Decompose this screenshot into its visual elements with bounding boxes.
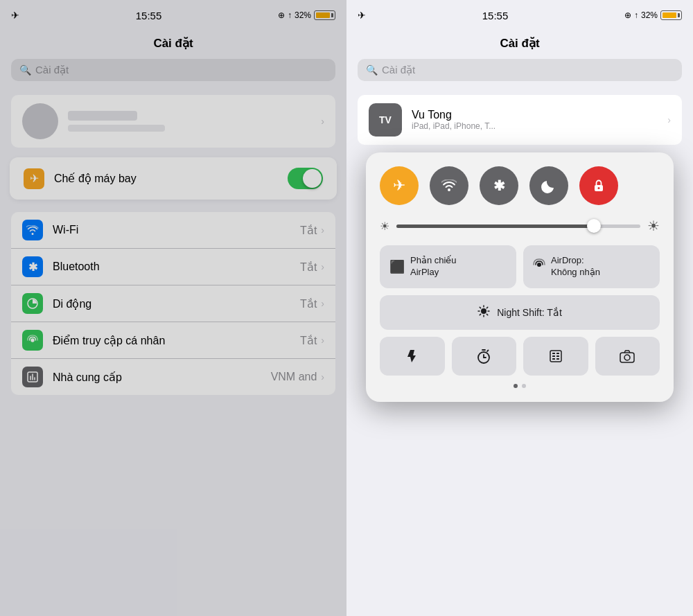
wifi-value: Tắt — [300, 224, 317, 237]
svg-point-1 — [30, 338, 34, 342]
cc-airplay-icon: ⬛ — [389, 259, 405, 274]
cc-bottom-icons — [380, 337, 660, 376]
left-profile-row[interactable]: › — [11, 95, 335, 148]
carrier-label: Nhà cung cấp — [53, 371, 271, 384]
brightness-min-icon: ☀ — [380, 220, 389, 233]
svg-line-13 — [487, 314, 488, 315]
svg-line-15 — [480, 314, 480, 315]
cc-camera-button[interactable] — [595, 337, 660, 376]
carrier-item[interactable]: Nhà cung cấp VNM and › — [11, 359, 335, 395]
cc-wifi-icon — [441, 179, 457, 192]
cc-timer-button[interactable] — [452, 337, 517, 376]
cc-flashlight-button[interactable] — [380, 337, 445, 376]
cc-grid-tiles: ⬛ Phản chiếu AirPlay AirDrop: Không nhận — [380, 245, 660, 288]
svg-rect-21 — [556, 355, 559, 357]
left-search-placeholder: Cài đặt — [35, 64, 69, 76]
right-battery-percent: 32% — [641, 10, 658, 20]
cc-nightshift-tile[interactable]: Night Shift: Tắt — [380, 295, 660, 330]
hotspot-chevron: › — [321, 335, 324, 346]
wifi-label: Wi-Fi — [53, 224, 300, 236]
left-search-bar[interactable]: 🔍 Cài đặt — [11, 59, 335, 81]
left-status-right: ⊕ ↑ 32% — [278, 10, 335, 20]
bluetooth-chevron: › — [321, 261, 324, 272]
svg-rect-24 — [620, 353, 634, 362]
cc-airdrop-line1: AirDrop: — [551, 255, 600, 267]
right-profile-initials: TV — [379, 114, 392, 125]
svg-point-5 — [598, 187, 600, 189]
right-nav-title: Cài đặt — [346, 30, 693, 59]
battery-icon-left — [314, 10, 335, 20]
settings-group-connectivity: Wi-Fi Tắt › ✱ Bluetooth Tắt › Di động Tắ… — [11, 212, 335, 395]
cc-dnd-button[interactable] — [529, 166, 568, 205]
svg-rect-20 — [552, 355, 555, 357]
cc-camera-icon — [619, 349, 635, 364]
cc-lock-icon — [591, 178, 606, 193]
hotspot-icon — [22, 330, 43, 351]
svg-rect-22 — [552, 358, 555, 360]
left-profile-info — [68, 111, 321, 132]
toggle-thumb — [303, 169, 322, 188]
cc-bluetooth-button[interactable]: ✱ — [480, 166, 518, 205]
left-time: 15:55 — [136, 10, 162, 21]
cc-bluetooth-icon: ✱ — [493, 177, 505, 194]
cc-nightshift-icon — [477, 305, 490, 320]
battery-fill-right — [663, 12, 676, 18]
bluetooth-item[interactable]: ✱ Bluetooth Tắt › — [11, 249, 335, 285]
brightness-thumb — [587, 219, 601, 233]
search-icon-right: 🔍 — [366, 64, 378, 76]
cc-dot-row — [380, 384, 660, 388]
cc-screenlock-button[interactable] — [579, 166, 618, 205]
bluetooth-label: Bluetooth — [53, 261, 300, 273]
right-profile-sub: iPad, iPad, iPhone, T... — [412, 121, 495, 131]
svg-rect-17 — [550, 351, 561, 362]
right-airplane-icon: ✈ — [358, 10, 366, 21]
cc-calculator-button[interactable] — [523, 337, 588, 376]
battery-icon-right — [660, 10, 682, 20]
search-icon-left: 🔍 — [19, 64, 31, 76]
cellular-label: Di động — [53, 297, 300, 310]
cc-airdrop-line2: Không nhận — [551, 267, 600, 279]
bluetooth-icon: ✱ — [22, 256, 43, 277]
cc-airplay-line1: Phản chiếu — [410, 255, 457, 267]
cc-airplane-icon: ✈ — [393, 177, 405, 195]
airplane-toggle[interactable] — [288, 168, 323, 189]
cc-top-buttons: ✈ ✱ — [380, 166, 660, 205]
right-search-bar[interactable]: 🔍 Cài đặt — [358, 59, 682, 81]
right-status-left: ✈ — [358, 10, 366, 21]
cc-dot-1 — [514, 384, 518, 388]
brightness-row: ☀ ☀ — [380, 218, 660, 234]
cc-moon-icon — [541, 178, 556, 193]
right-profile-row[interactable]: TV Vu Tong iPad, iPad, iPhone, T... › — [358, 95, 682, 145]
right-profile-chevron: › — [667, 114, 671, 125]
cc-airplay-tile[interactable]: ⬛ Phản chiếu AirPlay — [380, 245, 516, 288]
svg-point-3 — [448, 188, 450, 191]
hotspot-item[interactable]: Điểm truy cập cá nhân Tắt › — [11, 322, 335, 359]
brightness-track[interactable] — [396, 225, 640, 228]
svg-rect-23 — [556, 358, 559, 360]
cellular-value: Tắt — [300, 297, 317, 310]
svg-line-12 — [480, 307, 480, 308]
right-panel: ✈ 15:55 ⊕ ↑ 32% Cài đặt 🔍 Cài đặt TV Vu … — [346, 0, 693, 616]
right-status-right: ⊕ ↑ 32% — [624, 10, 682, 20]
carrier-value: VNM and — [271, 371, 317, 383]
airplane-label: Chế độ máy bay — [54, 172, 288, 185]
right-search-placeholder: Cài đặt — [382, 64, 415, 76]
cc-airplane-button[interactable]: ✈ — [380, 166, 419, 205]
svg-rect-18 — [552, 353, 555, 354]
wifi-item[interactable]: Wi-Fi Tắt › — [11, 212, 335, 249]
battery-percent-left: 32% — [295, 10, 311, 20]
battery-fill-left — [316, 12, 330, 18]
left-search-container: 🔍 Cài đặt — [0, 59, 346, 89]
brightness-max-icon: ☀ — [647, 218, 660, 234]
left-profile-chevron: › — [321, 116, 324, 127]
cc-wifi-button[interactable] — [430, 166, 468, 205]
airplane-mode-icon: ✈ — [11, 10, 19, 21]
right-profile-info: Vu Tong iPad, iPad, iPhone, T... — [412, 109, 495, 131]
cellular-chevron: › — [321, 298, 324, 309]
cellular-item[interactable]: Di động Tắt › — [11, 285, 335, 322]
right-profile-avatar: TV — [369, 103, 402, 137]
right-location-icon: ⊕ — [624, 10, 631, 20]
airplane-mode-item[interactable]: ✈ Chế độ máy bay — [12, 160, 334, 197]
battery-tip-left — [331, 13, 333, 17]
cc-airdrop-tile[interactable]: AirDrop: Không nhận — [523, 245, 660, 288]
